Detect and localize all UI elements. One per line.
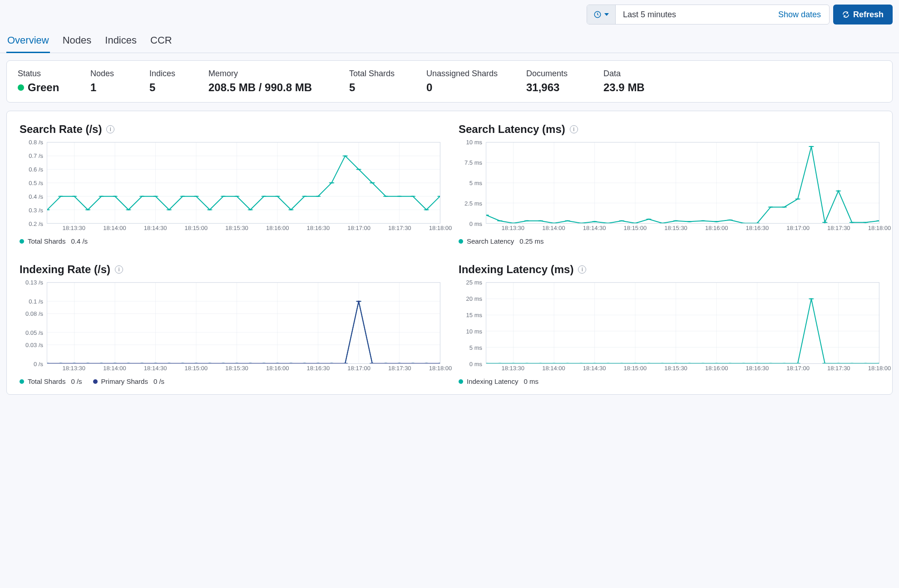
- svg-point-194: [605, 363, 611, 363]
- charts-panel: Search Rate (/s)i0.2 /s0.3 /s0.4 /s0.5 /…: [6, 111, 893, 395]
- tab-overview[interactable]: Overview: [6, 32, 50, 53]
- x-tick-label: 18:14:00: [103, 225, 126, 231]
- svg-point-158: [302, 363, 307, 363]
- summary-status: StatusGreen: [18, 69, 86, 94]
- legend-item[interactable]: Total Shards0 /s: [20, 377, 82, 385]
- svg-point-166: [410, 363, 415, 363]
- legend-item[interactable]: Primary Shards0 /s: [93, 377, 165, 385]
- svg-point-85: [781, 206, 787, 207]
- y-tick-label: 0 ms: [469, 220, 482, 227]
- date-range-text[interactable]: Last 5 minutes: [616, 5, 770, 24]
- x-tick-label: 18:14:00: [542, 225, 565, 231]
- svg-point-79: [700, 220, 706, 221]
- chart-title: Indexing Latency (ms)i: [459, 263, 879, 276]
- svg-point-204: [741, 363, 746, 363]
- y-tick-label: 0.08 /s: [25, 310, 43, 317]
- date-picker[interactable]: Last 5 minutes Show dates: [587, 5, 830, 24]
- svg-point-44: [396, 196, 402, 196]
- y-tick-label: 10 ms: [466, 139, 482, 146]
- chart-indexing_rate: Indexing Rate (/s)i0 /s0.03 /s0.05 /s0.0…: [20, 263, 440, 385]
- svg-point-34: [261, 196, 267, 196]
- x-tick-label: 18:16:00: [266, 365, 289, 372]
- svg-point-144: [112, 363, 118, 363]
- svg-point-142: [85, 363, 90, 363]
- show-dates-link[interactable]: Show dates: [770, 5, 829, 24]
- y-tick-label: 20 ms: [466, 295, 482, 302]
- summary-data: Data23.9 MB: [603, 69, 658, 94]
- svg-point-165: [396, 363, 402, 363]
- svg-point-167: [424, 363, 429, 363]
- svg-point-37: [302, 196, 307, 196]
- tab-nodes[interactable]: Nodes: [62, 32, 93, 53]
- svg-point-153: [234, 363, 240, 363]
- summary-value: 23.9 MB: [603, 81, 658, 94]
- svg-point-149: [180, 363, 185, 363]
- summary-value: 0: [426, 81, 522, 94]
- legend-item[interactable]: Search Latency0.25 ms: [459, 237, 544, 245]
- date-quick-select[interactable]: [587, 5, 616, 24]
- info-icon[interactable]: i: [106, 125, 114, 133]
- svg-point-189: [538, 363, 543, 363]
- y-tick-label: 0 ms: [469, 361, 482, 368]
- svg-point-26: [153, 196, 158, 196]
- info-icon[interactable]: i: [570, 125, 578, 133]
- summary-label: Data: [603, 69, 658, 78]
- svg-point-154: [247, 363, 253, 363]
- x-tick-label: 18:16:00: [705, 225, 728, 231]
- svg-point-195: [619, 363, 624, 363]
- x-tick-label: 18:14:00: [542, 365, 565, 372]
- svg-point-157: [288, 363, 294, 363]
- svg-point-86: [795, 198, 800, 199]
- y-tick-label: 0.8 /s: [29, 139, 43, 146]
- svg-point-193: [592, 363, 598, 363]
- svg-point-89: [835, 191, 841, 191]
- legend-item[interactable]: Total Shards0.4 /s: [20, 237, 88, 245]
- svg-point-30: [207, 209, 212, 210]
- x-tick-label: 18:16:30: [746, 365, 769, 372]
- summary-memory: Memory208.5 MB / 990.8 MB: [208, 69, 345, 94]
- summary-value: Green: [18, 81, 86, 94]
- summary-label: Unassigned Shards: [426, 69, 522, 78]
- x-tick-label: 18:15:30: [664, 225, 687, 231]
- summary-label: Documents: [526, 69, 599, 78]
- svg-point-208: [795, 363, 800, 363]
- legend-dot-icon: [93, 379, 98, 384]
- svg-point-140: [58, 363, 64, 363]
- svg-point-146: [139, 363, 145, 363]
- legend-item[interactable]: Indexing Latency0 ms: [459, 377, 538, 385]
- tab-indices[interactable]: Indices: [104, 32, 138, 53]
- x-tick-label: 18:17:00: [786, 365, 810, 372]
- svg-point-198: [660, 363, 665, 363]
- clock-icon: [593, 10, 602, 19]
- refresh-button[interactable]: Refresh: [833, 5, 893, 24]
- summary-value: 5: [149, 81, 204, 94]
- svg-point-42: [370, 182, 375, 183]
- svg-point-35: [275, 196, 280, 196]
- svg-point-46: [424, 209, 429, 210]
- summary-unassigned_shards: Unassigned Shards0: [426, 69, 522, 94]
- y-tick-label: 10 ms: [466, 328, 482, 335]
- summary-total_shards: Total Shards5: [349, 69, 422, 94]
- status-dot-icon: [18, 84, 24, 91]
- y-tick-label: 0.1 /s: [29, 298, 43, 304]
- x-tick-label: 18:18:00: [429, 225, 452, 231]
- info-icon[interactable]: i: [578, 265, 586, 274]
- svg-point-190: [551, 363, 557, 363]
- info-icon[interactable]: i: [115, 265, 123, 274]
- svg-point-145: [126, 363, 131, 363]
- svg-point-200: [687, 363, 692, 363]
- x-tick-label: 18:15:00: [624, 365, 647, 372]
- svg-point-211: [835, 363, 841, 363]
- tab-ccr[interactable]: CCR: [149, 32, 173, 53]
- y-tick-label: 0.6 /s: [29, 166, 43, 173]
- x-tick-label: 18:14:30: [583, 225, 606, 231]
- svg-point-73: [619, 220, 624, 221]
- x-tick-label: 18:15:30: [225, 225, 248, 231]
- y-tick-label: 0.4 /s: [29, 193, 43, 200]
- refresh-icon: [842, 11, 850, 18]
- y-tick-label: 2.5 ms: [464, 200, 482, 207]
- svg-point-143: [99, 363, 104, 363]
- x-tick-label: 18:15:30: [225, 365, 248, 372]
- svg-point-47: [437, 196, 440, 196]
- chevron-down-icon: [604, 13, 609, 16]
